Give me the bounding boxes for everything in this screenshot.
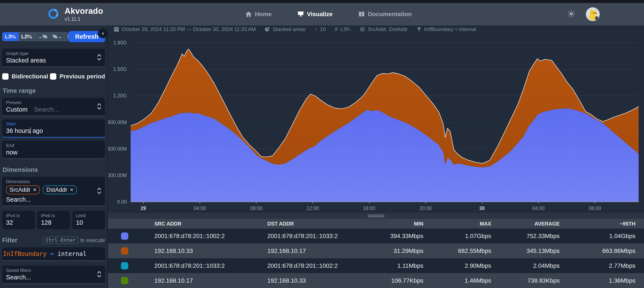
table-row[interactable]: 2001:678:d78:201::1033:22001:678:d78:201… [108,258,644,273]
swatch-column-header [108,219,154,228]
ipv6-value: 128 [41,219,66,226]
chevron-updown-icon [97,54,102,62]
svg-text:08:00: 08:00 [250,205,262,211]
table-header-row: SRC ADDR DST ADDR MIN MAX AVERAGE ~95TH [108,219,644,228]
chart-board-icon [298,11,304,18]
app-version: v1.11.1 [64,16,103,22]
navbar: Akvorado v1.11.1 Home Visualize Document… [0,3,644,26]
arrow-up-icon: ↑ [315,26,318,33]
filter-expression-editor[interactable]: InIfBoundary = internal [2,247,105,261]
nav-item-visualize[interactable]: Visualize [298,11,332,18]
filter-value-token: internal [58,250,86,257]
chevron-updown-icon [97,187,102,195]
previous-period-label: Previous period [60,73,105,80]
summary-graph-type: Stacked areas [265,26,306,32]
presets-value: Custom [6,106,28,113]
svg-text:20:00: 20:00 [419,205,432,211]
unit-option-1[interactable]: L2ᵇ⁄ₛ [19,32,35,41]
sliders-icon [360,27,365,32]
dimensions-select[interactable]: Dimensions SrcAddr×DstAddr× Search... [2,177,105,206]
user-avatar[interactable] [586,7,600,21]
summary-unit: # L3ᵇ⁄ₛ [335,26,351,33]
home-icon [245,11,252,18]
dimension-tag-srcaddr[interactable]: SrcAddr× [6,185,40,194]
svg-text:0.00: 0.00 [117,199,127,205]
nav-label: Home [255,11,272,18]
chevron-updown-icon [97,270,102,279]
unit-selector: L3ᵇ⁄ₛL2ᵇ⁄ₛ→%%→ᵖ⁄ₛ [2,32,68,41]
summary-limit: ↑ 10 [315,26,326,33]
svg-text:16:00: 16:00 [363,205,376,211]
filter-operator-token: = [50,250,54,257]
book-icon [358,11,365,18]
series-color-swatch [121,277,128,284]
col-95th: ~95TH [568,219,644,228]
app-title: Akvorado [64,7,103,16]
tag-remove-icon[interactable]: × [70,187,74,193]
nav-label: Visualize [307,11,332,18]
col-dst-addr: DST ADDR [267,219,385,228]
start-value: 36 hours [6,127,30,134]
ipv4-prefix-input[interactable]: IPv4 /x 32 [2,211,35,229]
theme-sun-icon[interactable] [567,10,575,19]
nav-item-documentation[interactable]: Documentation [358,11,412,18]
table-row[interactable]: 2001:678:d78:201::1002:22001:678:d78:201… [108,228,644,243]
limit-input[interactable]: Limit 10 [72,211,105,229]
presets-label: Presets [6,100,101,105]
chart-resize-handle[interactable] [108,213,644,219]
bidirectional-label: Bidirectional [12,73,48,80]
dimensions-field-label: Dimensions [6,179,101,184]
graph-summary-bar: October 28, 2024 11:33 PM — October 30, … [108,26,644,33]
end-label: End [6,143,101,148]
svg-text:08:00: 08:00 [589,205,601,211]
time-range-header: Time range [2,87,105,94]
saved-filters-label: Saved filters [6,268,101,273]
brand[interactable]: Akvorado v1.11.1 [48,7,103,22]
unit-option-2[interactable]: →% [35,32,50,41]
sidebar-collapse-button[interactable]: ‹ [98,28,108,38]
nav-item-home[interactable]: Home [245,11,272,18]
unit-option-3[interactable]: %→ [50,32,65,41]
unit-option-4[interactable]: ᵖ⁄ₛ [65,32,68,41]
nav-label: Documentation [368,11,412,18]
svg-text:29: 29 [140,205,146,211]
akvorado-logo-icon [48,8,59,20]
summary-daterange: October 28, 2024 11:33 PM — October 30, … [114,26,256,32]
dimensions-search-placeholder: Search... [6,196,101,203]
chevron-updown-icon [97,103,102,111]
svg-text:1.50G: 1.50G [113,66,127,72]
dimension-tags: SrcAddr×DstAddr× [6,185,101,194]
tag-label: DstAddr [46,187,67,193]
bidirectional-checkbox[interactable] [2,73,8,80]
start-value-rest: ago [31,127,43,134]
start-time-input[interactable]: Start 36 hours ago [2,119,105,138]
presets-select[interactable]: Presets Custom Search... [2,98,105,116]
svg-text:04:00: 04:00 [194,205,206,211]
ipv4-label: IPv4 /x [6,213,31,218]
unit-option-0[interactable]: L3ᵇ⁄ₛ [2,32,19,41]
dimension-tag-dstaddr[interactable]: DstAddr× [43,185,77,194]
col-average: AVERAGE [500,219,568,228]
tag-remove-icon[interactable]: × [33,187,36,193]
end-time-input[interactable]: End now [2,141,105,159]
svg-text:1.80G: 1.80G [113,40,127,46]
ipv6-label: IPv6 /x [41,213,66,218]
traffic-chart[interactable]: 1.80G1.50G1.20G900.00M600.00M300.00M0.00… [108,33,644,213]
graph-type-select[interactable]: Graph type Stacked areas [2,49,105,67]
sidebar: L3ᵇ⁄ₛL2ᵇ⁄ₛ→%%→ᵖ⁄ₛ Refresh Graph type Sta… [0,26,108,288]
limit-label: Limit [76,213,101,218]
col-src-addr: SRC ADDR [154,219,267,228]
svg-text:900.00M: 900.00M [108,120,127,125]
previous-period-checkbox[interactable] [50,73,56,80]
series-color-swatch [121,262,128,269]
start-label: Start [6,121,101,126]
kbd-suffix: to execute [80,237,105,243]
table-row[interactable]: 192.168.10.33192.168.10.17 31.29Mbps682.… [108,243,644,258]
nav-links: Home Visualize Documentation [245,3,412,26]
table-row[interactable]: 192.168.10.17192.168.10.33 106.77Kbps1.4… [108,273,644,288]
dimensions-header: Dimensions [2,166,105,173]
ipv6-prefix-input[interactable]: IPv6 /x 128 [37,211,70,229]
saved-filters-select[interactable]: Saved filters Search... [2,265,105,284]
presets-search-placeholder: Search... [34,106,59,113]
navbar-right [567,3,600,26]
